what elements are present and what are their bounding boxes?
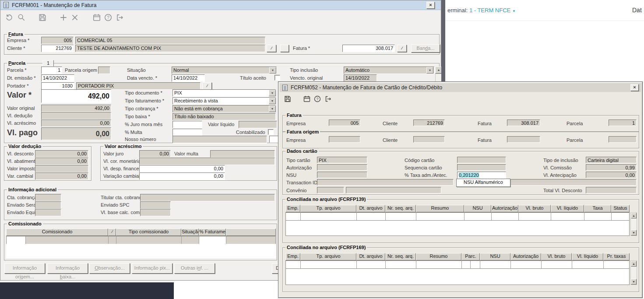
calendar-icon[interactable] [92,13,101,22]
parcela-tab-1[interactable]: 1 [42,60,54,67]
tipo-cobranca-dropdown-icon[interactable]: ▼ [269,106,276,112]
cliente-lookup-button[interactable]: ∕∕ [267,45,276,52]
conciliada-139-scrollbar[interactable]: ▲ ▼ [630,212,637,236]
valor-field[interactable]: 492,00 [41,89,111,103]
col-lookup-icon[interactable]: ∕∕ [108,229,116,236]
terminal-selector[interactable]: 1 - TERM NFCE ▼ [469,7,516,14]
table-row[interactable] [286,261,629,269]
scroll-down-icon[interactable]: ▼ [631,230,637,236]
col-dt-arquivo[interactable]: Dt. arquivo [356,205,385,212]
comissionado-list-area[interactable] [6,244,276,258]
tipo-inclusao-select[interactable]: Automático [344,67,434,74]
search-icon[interactable] [17,13,26,22]
banda-button[interactable]: Banda... [411,44,440,53]
col-autorizacao[interactable]: Autorização [510,253,541,260]
fatura-number-field[interactable]: 308.017 [342,45,395,52]
multa-field[interactable] [172,129,202,136]
tipo-inclusao-dropdown-icon[interactable]: ▼ [426,67,433,74]
cliente-code-field[interactable]: 212769 [41,45,74,52]
close-button[interactable]: × [630,84,639,91]
conciliada-139-list[interactable] [285,212,630,236]
col-emp[interactable]: Emp. [285,253,300,260]
taxa-adm-field[interactable]: 0,201220 [457,172,506,179]
col-pr-taxas[interactable]: Pr. taxas [603,253,630,260]
vl-desp-financeira-field[interactable]: 0,00 [139,165,225,172]
col-taxa[interactable]: Taxa [584,205,611,212]
col-autorizacao[interactable]: Autorização [491,205,518,212]
situacao-select[interactable]: Normal [172,67,277,74]
dt-emissao-field[interactable]: 14/10/2022 [41,74,74,82]
col-resumo[interactable]: Resumo [416,253,461,260]
cell-empty[interactable] [26,236,109,244]
fatura-lookup-button[interactable]: ∕∕ [397,45,407,52]
exit-icon[interactable] [115,13,124,22]
col-dt-arquivo[interactable]: Dt. arquivo [356,253,385,260]
cliente-extra-button[interactable] [280,45,289,52]
tipo-cobranca-select[interactable]: Não está em cobrança [172,105,276,113]
col-tp-arquivo[interactable]: Tp. arquivo [300,253,356,260]
informacao-baixa-button[interactable]: Informação baixa... [47,263,88,274]
save-icon[interactable] [38,13,47,22]
table-row[interactable] [286,213,629,221]
undo-icon[interactable] [5,13,14,22]
outras-inf-button[interactable]: Outras inf. ... [174,263,215,274]
situacao-dropdown-icon[interactable]: ▼ [269,67,276,74]
titulo-aceito-checkbox[interactable] [274,75,280,81]
save-icon[interactable] [284,95,292,103]
comissionado-data-row[interactable] [6,236,276,244]
col-nr-seq[interactable]: Nr. seq. arq. [385,205,416,212]
col-vl-bruto[interactable]: Vl. bruto [541,253,572,260]
add-icon[interactable] [59,13,68,22]
tipo-faturamento-select[interactable]: Recebimento à vista [172,97,276,105]
portador-lookup-button[interactable]: ∕∕ [202,82,212,90]
cell-empty[interactable] [182,236,199,244]
col-nr-seq[interactable]: Nr. seq. arq. [385,253,416,260]
col-resumo[interactable]: Resumo [416,205,464,212]
variacao-cambial-field[interactable]: 0,00 [139,172,225,180]
help-icon[interactable]: ? [104,13,113,22]
tipo-documento-dropdown-icon[interactable]: ▼ [269,90,276,96]
cell-empty[interactable] [199,236,226,244]
col-tipo-comissionado[interactable]: Tipo comissionado [116,229,181,236]
exit-icon[interactable] [324,95,332,103]
fcrfm052-titlebar[interactable]: FCRFM052 - Manutenção de Fatura de Cartã… [280,83,641,92]
col-vl-liquido[interactable]: Vl. líquido [551,205,584,212]
contabilizado-checkbox[interactable] [268,129,274,135]
group-conciliada-139: Conciliada no arquivo (FCRFP139) Emp. Tp… [282,199,639,243]
col-emp[interactable]: Emp. [285,205,300,212]
col-status[interactable]: Status [611,205,630,212]
col-nsu[interactable]: NSU [480,253,510,260]
col-faturamento[interactable]: % Faturamento [199,229,226,236]
informacao-origem-button[interactable]: Informação origem... [4,263,45,274]
col-comissionado[interactable]: Comissionado [6,229,108,236]
header-divider [445,21,644,21]
scroll-up-icon[interactable]: ▲ [631,213,637,218]
conciliada-169-scrollbar[interactable]: ▲ ▼ [630,260,637,285]
delete-icon[interactable] [70,13,79,22]
data-vencto-field[interactable]: 14/10/2022 [172,74,205,82]
col-tp-arquivo[interactable]: Tp. arquivo [300,205,356,212]
col-parc[interactable]: Parc. [461,253,480,260]
help-icon[interactable]: ? [313,95,321,103]
scroll-down-icon[interactable]: ▼ [631,279,637,285]
juro-mora-field[interactable] [172,121,202,128]
col-situacao[interactable]: Situação [181,229,199,236]
cell-empty[interactable] [226,236,275,244]
tipo-faturamento-dropdown-icon[interactable]: ▼ [269,98,276,104]
cell-empty[interactable] [7,236,26,244]
calendar-icon[interactable] [303,95,311,103]
scroll-up-icon[interactable]: ▲ [631,261,637,267]
close-button[interactable]: × [426,2,435,9]
informacao-pix-button[interactable]: Informação pix... [132,263,172,274]
portador-code-field[interactable]: 1030 [41,82,74,90]
observacao-button[interactable]: Observação... [89,263,130,274]
cell-empty[interactable] [116,236,182,244]
col-vl-liquido[interactable]: Vl. líquido [572,253,603,260]
parcela-field[interactable]: 1 [41,67,62,74]
conciliada-169-list[interactable] [285,260,630,285]
cell-empty[interactable] [109,236,116,244]
fcrfm001-titlebar[interactable]: FCRFM001 - Manutenção de Fatura × [0,0,441,10]
tipo-documento-select[interactable]: PIX [172,89,276,97]
col-vl-bruto[interactable]: Vl. bruto [518,205,551,212]
col-nsu[interactable]: NSU [464,205,491,212]
